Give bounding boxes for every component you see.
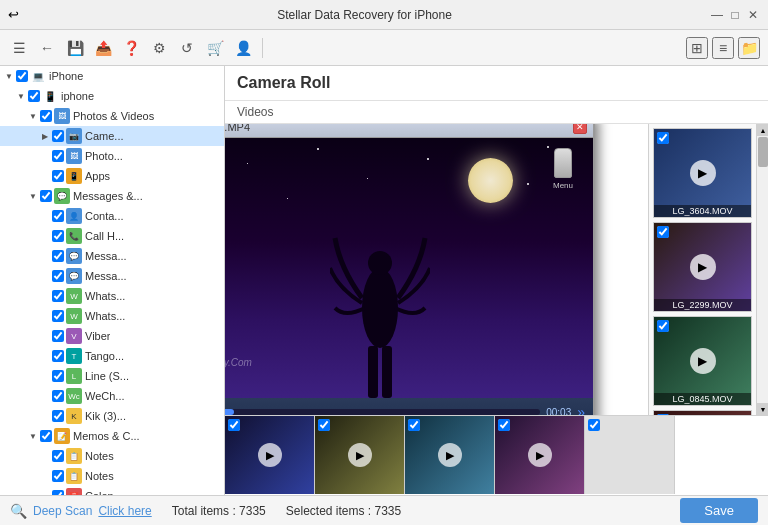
toggle-icon[interactable]: [40, 171, 50, 181]
sidebar-item-contacts[interactable]: 👤 Conta...: [0, 206, 224, 226]
settings-icon[interactable]: ⚙: [148, 37, 170, 59]
sidebar-checkbox-camera[interactable]: [52, 130, 64, 142]
sidebar-checkbox-msg2[interactable]: [52, 270, 64, 282]
player-video-area[interactable]: Mastiway.Com Menu: [225, 138, 593, 398]
share-icon[interactable]: 📤: [92, 37, 114, 59]
bottom-thumb-1[interactable]: ▶: [225, 416, 315, 494]
toggle-icon[interactable]: [40, 271, 50, 281]
toggle-icon[interactable]: [40, 371, 50, 381]
toggle-icon[interactable]: [40, 331, 50, 341]
sidebar-checkbox-callhistory[interactable]: [52, 230, 64, 242]
cart-icon[interactable]: 🛒: [204, 37, 226, 59]
sidebar-item-callhistory[interactable]: 📞 Call H...: [0, 226, 224, 246]
sidebar-checkbox-iphone[interactable]: [28, 90, 40, 102]
contacts-icon: 👤: [66, 208, 82, 224]
sidebar-item-notes1[interactable]: 📋 Notes: [0, 446, 224, 466]
sidebar-checkbox-calendar[interactable]: [52, 490, 64, 495]
toggle-icon[interactable]: ▶: [40, 131, 50, 141]
sidebar-item-calendar[interactable]: 📅 Calen...: [0, 486, 224, 495]
bottom-thumb-checkbox-4[interactable]: [498, 419, 510, 431]
toggle-icon[interactable]: ▼: [16, 91, 26, 101]
sidebar-checkbox-viber[interactable]: [52, 330, 64, 342]
sidebar-checkbox-notes1[interactable]: [52, 450, 64, 462]
sidebar-checkbox-contacts[interactable]: [52, 210, 64, 222]
toggle-icon[interactable]: [40, 491, 50, 495]
fast-forward-icon[interactable]: »: [577, 404, 585, 415]
toggle-icon[interactable]: [40, 211, 50, 221]
toggle-icon[interactable]: [40, 351, 50, 361]
sidebar-checkbox-kik[interactable]: [52, 410, 64, 422]
folder-view-icon[interactable]: 📁: [738, 37, 760, 59]
sidebar-checkbox-memos[interactable]: [40, 430, 52, 442]
toggle-icon[interactable]: [40, 311, 50, 321]
minimize-button[interactable]: —: [710, 8, 724, 22]
back-icon[interactable]: ←: [36, 37, 58, 59]
save-icon[interactable]: 💾: [64, 37, 86, 59]
menu-icon[interactable]: ☰: [8, 37, 30, 59]
sidebar-checkbox-notes2[interactable]: [52, 470, 64, 482]
toggle-icon[interactable]: ▼: [4, 71, 14, 81]
sidebar-item-whatsapp[interactable]: W Whats...: [0, 286, 224, 306]
sidebar-item-msg2[interactable]: 💬 Messa...: [0, 266, 224, 286]
close-button[interactable]: ✕: [746, 8, 760, 22]
sidebar-item-notes2[interactable]: 📋 Notes: [0, 466, 224, 486]
sidebar-checkbox-whatsapp[interactable]: [52, 290, 64, 302]
sidebar-item-line[interactable]: L Line (S...: [0, 366, 224, 386]
sidebar-item-msg1[interactable]: 💬 Messa...: [0, 246, 224, 266]
sidebar-checkbox-photo[interactable]: [52, 150, 64, 162]
sidebar-item-wechat[interactable]: Wc WeCh...: [0, 386, 224, 406]
help-icon[interactable]: ❓: [120, 37, 142, 59]
bottom-thumb-checkbox-1[interactable]: [228, 419, 240, 431]
toggle-icon[interactable]: [40, 231, 50, 241]
sidebar-checkbox-tango[interactable]: [52, 350, 64, 362]
toggle-icon[interactable]: ▼: [28, 111, 38, 121]
toggle-icon[interactable]: [40, 451, 50, 461]
sidebar-checkbox-photos[interactable]: [40, 110, 52, 122]
player-menu-icon[interactable]: Menu: [553, 148, 573, 190]
sidebar-checkbox-apps[interactable]: [52, 170, 64, 182]
save-button[interactable]: Save: [680, 498, 758, 523]
list-view-icon[interactable]: ≡: [712, 37, 734, 59]
sidebar-item-camera[interactable]: ▶ 📷 Came...: [0, 126, 224, 146]
sidebar-item-tango[interactable]: T Tango...: [0, 346, 224, 366]
sidebar-item-iphone-root[interactable]: ▼ 💻 iPhone: [0, 66, 224, 86]
sidebar-checkbox-wechat[interactable]: [52, 390, 64, 402]
progress-track[interactable]: [225, 409, 540, 415]
toggle-icon[interactable]: [40, 291, 50, 301]
toggle-icon[interactable]: ▼: [28, 191, 38, 201]
bottom-thumb-3[interactable]: ▶: [405, 416, 495, 494]
toggle-icon[interactable]: [40, 471, 50, 481]
sidebar-item-memos[interactable]: ▼ 📝 Memos & C...: [0, 426, 224, 446]
bottom-thumb-checkbox-2[interactable]: [318, 419, 330, 431]
toggle-icon[interactable]: [40, 411, 50, 421]
sidebar-item-viber[interactable]: V Viber: [0, 326, 224, 346]
bottom-thumb-2[interactable]: ▶: [315, 416, 405, 494]
click-here-link[interactable]: Click here: [98, 504, 151, 518]
bottom-thumb-checkbox-5[interactable]: [588, 419, 600, 431]
sidebar-item-apps[interactable]: 📱 Apps: [0, 166, 224, 186]
refresh-icon[interactable]: ↺: [176, 37, 198, 59]
sidebar-item-messages[interactable]: ▼ 💬 Messages &...: [0, 186, 224, 206]
player-close-button[interactable]: ✕: [573, 124, 587, 134]
grid-view-icon[interactable]: ⊞: [686, 37, 708, 59]
sidebar-checkbox-messages[interactable]: [40, 190, 52, 202]
maximize-button[interactable]: □: [728, 8, 742, 22]
sidebar-checkbox-line[interactable]: [52, 370, 64, 382]
toggle-icon[interactable]: ▼: [28, 431, 38, 441]
sidebar-item-whatsapp2[interactable]: W Whats...: [0, 306, 224, 326]
bottom-thumb-checkbox-3[interactable]: [408, 419, 420, 431]
sidebar-item-photos-videos[interactable]: ▼ 🖼 Photos & Videos: [0, 106, 224, 126]
sidebar-item-kik[interactable]: K Kik (3)...: [0, 406, 224, 426]
sidebar-checkbox-iphone-root[interactable]: [16, 70, 28, 82]
bottom-thumb-5[interactable]: [585, 416, 675, 494]
sidebar-checkbox-msg1[interactable]: [52, 250, 64, 262]
toggle-icon[interactable]: [40, 251, 50, 261]
sidebar-checkbox-whatsapp2[interactable]: [52, 310, 64, 322]
user-icon[interactable]: 👤: [232, 37, 254, 59]
bottom-thumb-4[interactable]: ▶: [495, 416, 585, 494]
toggle-icon[interactable]: [40, 151, 50, 161]
toggle-icon[interactable]: [40, 391, 50, 401]
deep-scan-label[interactable]: Deep Scan: [33, 504, 92, 518]
sidebar-item-photo[interactable]: 🖼 Photo...: [0, 146, 224, 166]
sidebar-item-iphone[interactable]: ▼ 📱 iphone: [0, 86, 224, 106]
